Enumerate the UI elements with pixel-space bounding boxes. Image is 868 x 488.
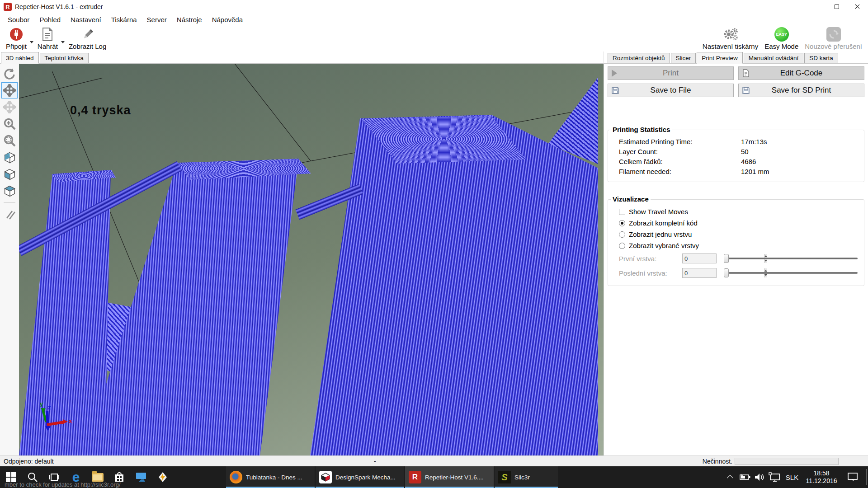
menu-item-napoveda[interactable]: Nápověda: [207, 15, 248, 24]
taskbar-search-button[interactable]: [22, 466, 43, 488]
show-single-layer-radio[interactable]: [619, 231, 625, 238]
axis-y-label: y: [40, 400, 43, 407]
file-explorer-button[interactable]: [87, 466, 108, 488]
3d-viewport[interactable]: 0,4 tryska y z x: [19, 64, 604, 455]
first-layer-slider[interactable]: [724, 253, 858, 263]
parallel-projection-icon[interactable]: [1, 206, 18, 223]
show-desktop-button[interactable]: [866, 469, 868, 485]
load-dropdown-icon[interactable]: [61, 41, 65, 43]
stat-row: Filament needed:1201 mm: [613, 166, 859, 176]
maximize-icon: [835, 5, 839, 9]
pc-monitor-button[interactable]: [130, 466, 152, 488]
maximize-button[interactable]: [826, 0, 847, 14]
taskbar-app-tublatanka[interactable]: Tublatanka - Dnes ...: [226, 466, 315, 488]
easy-badge: EASY: [776, 32, 787, 37]
winamp-button[interactable]: [152, 466, 174, 488]
tab-manualni-ovladani[interactable]: Manuální ovládání: [744, 53, 803, 63]
zoom-in-icon[interactable]: [1, 116, 18, 132]
clock[interactable]: 18:58 11.12.2016: [801, 466, 842, 488]
top-view-icon[interactable]: [1, 183, 18, 199]
tab-3d-nahled[interactable]: 3D náhled: [1, 52, 39, 64]
taskbar-app-slic3r[interactable]: S Slic3r: [495, 466, 558, 488]
stat-row: Layer Count:50: [613, 146, 859, 156]
windows-logo-icon: [6, 472, 16, 482]
tray-expand-button[interactable]: [724, 466, 738, 488]
load-button[interactable]: Nahrát: [34, 25, 61, 52]
emergency-stop-button[interactable]: Nouzové přerušení: [802, 25, 865, 52]
search-icon: [27, 472, 38, 483]
side-tabs: Rozmístění objektů Slicer Print Preview …: [604, 52, 868, 64]
menu-item-tiskarna[interactable]: Tiskárna: [106, 15, 142, 24]
tab-teplotni-krivka[interactable]: Teplotní křivka: [40, 53, 89, 63]
edit-gcode-label: Edit G-Code: [739, 69, 864, 78]
show-travel-checkbox[interactable]: [619, 209, 625, 215]
start-button[interactable]: [0, 466, 22, 488]
connect-button[interactable]: Připojit: [3, 25, 30, 52]
menu-item-nastroje[interactable]: Nástroje: [172, 15, 207, 24]
battery-icon: [740, 474, 750, 480]
tab-rozmisteni-objektu[interactable]: Rozmístění objektů: [608, 53, 670, 63]
emergency-stop-icon: [826, 27, 841, 42]
taskbar-app-repetier[interactable]: R Repetier-Host V1.6....: [405, 466, 494, 488]
slider-thumb[interactable]: [724, 254, 729, 263]
last-layer-spinner[interactable]: [682, 268, 717, 278]
save-for-sd-button[interactable]: Save for SD Print: [738, 84, 864, 97]
first-layer-row: První vrstva:: [613, 251, 859, 266]
iso-view-icon[interactable]: [1, 149, 18, 165]
last-layer-slider[interactable]: [724, 268, 858, 278]
show-travel-moves-row[interactable]: Show Travel Moves: [613, 206, 859, 217]
easy-mode-button[interactable]: EASY Easy Mode: [761, 25, 802, 52]
language-indicator[interactable]: SLK: [783, 466, 801, 488]
front-view-icon[interactable]: [1, 166, 18, 182]
last-layer-row: Poslední vrstva:: [613, 266, 859, 280]
save-for-sd-label: Save for SD Print: [739, 86, 864, 95]
close-button[interactable]: [847, 0, 868, 14]
easy-mode-label: Easy Mode: [764, 42, 798, 50]
show-layer-range-label: Zobrazit vybrané vrstvy: [629, 242, 699, 249]
stat-row: Estimated Printing Time:17m:13s: [613, 136, 859, 146]
show-log-button[interactable]: Zobrazit Log: [66, 25, 109, 52]
rotate-view-icon[interactable]: [1, 66, 18, 82]
battery-status-button[interactable]: [738, 466, 752, 488]
taskbar-app-label: Repetier-Host V1.6....: [425, 474, 484, 481]
slider-thumb[interactable]: [724, 268, 729, 277]
show-single-layer-row[interactable]: Zobrazit jednu vrstvu: [613, 229, 859, 240]
tab-slicer[interactable]: Slicer: [671, 53, 696, 63]
print-button[interactable]: Print: [608, 66, 734, 80]
show-layer-range-row[interactable]: Zobrazit vybrané vrstvy: [613, 240, 859, 251]
connect-dropdown-icon[interactable]: [30, 41, 33, 43]
designspark-icon: [319, 471, 332, 483]
menu-item-nastaveni[interactable]: Nastavení: [66, 15, 106, 24]
show-layer-range-radio[interactable]: [619, 243, 625, 249]
show-complete-code-radio[interactable]: [619, 220, 625, 226]
volume-button[interactable]: [752, 466, 767, 488]
menu-item-pohled[interactable]: Pohled: [34, 15, 66, 24]
action-center-button[interactable]: [844, 466, 862, 488]
move-view-icon[interactable]: [1, 82, 18, 99]
taskbar-app-designspark[interactable]: DesignSpark Mecha...: [316, 466, 404, 488]
tray-date: 11.12.2016: [806, 477, 837, 485]
menu-item-soubor[interactable]: Soubor: [3, 15, 34, 24]
minimize-button[interactable]: [806, 0, 826, 14]
fit-view-icon[interactable]: [1, 132, 18, 149]
show-travel-label: Show Travel Moves: [629, 208, 688, 216]
save-to-file-button[interactable]: Save to File: [608, 84, 734, 97]
grid-line: [231, 64, 311, 161]
edge-button[interactable]: e: [65, 466, 87, 488]
tab-sd-karta[interactable]: SD karta: [804, 53, 838, 63]
show-complete-code-row[interactable]: Zobrazit kompletní kód: [613, 217, 859, 229]
task-view-button[interactable]: [43, 466, 65, 488]
windows-store-button[interactable]: [108, 466, 130, 488]
tab-print-preview[interactable]: Print Preview: [697, 52, 743, 64]
printer-settings-button[interactable]: Nastavení tiskárny: [699, 25, 761, 52]
edit-gcode-button[interactable]: Edit G-Code: [738, 66, 864, 80]
first-layer-spinner[interactable]: [682, 253, 717, 263]
window-title: Repetier-Host V1.6.1 - extruder: [15, 3, 103, 10]
network-button[interactable]: [767, 466, 782, 488]
menu-item-server[interactable]: Server: [142, 15, 172, 24]
grid-line: [19, 78, 103, 99]
visualization-group: Vizualizace Show Travel Moves Zobrazit k…: [608, 199, 864, 286]
plug-icon: [9, 27, 24, 42]
stat-row: Celkem řádků:4686: [613, 156, 859, 166]
move-object-icon[interactable]: [1, 99, 18, 115]
